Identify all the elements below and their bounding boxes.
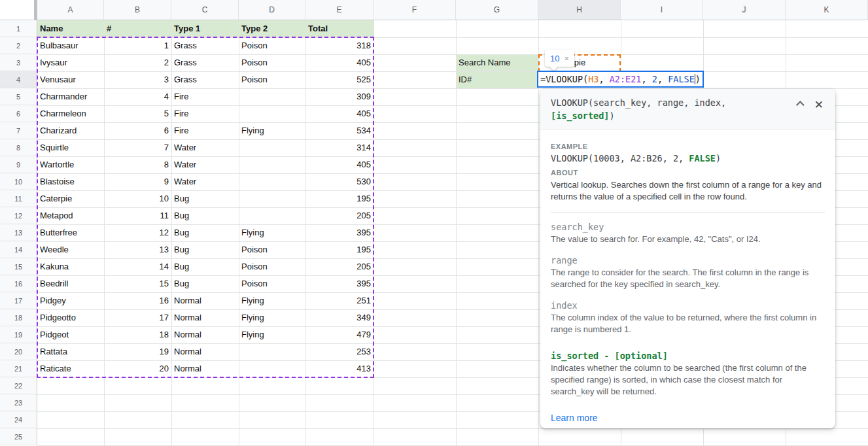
cell-E1[interactable]: Total: [305, 20, 373, 37]
about-text: Vertical lookup. Searches down the first…: [551, 179, 825, 203]
code-token: ): [716, 153, 721, 163]
column-header-B[interactable]: B: [104, 0, 171, 20]
row-header-7[interactable]: 7: [0, 122, 37, 139]
parameter-description: The column index of the value to be retu…: [551, 312, 824, 335]
parameter-description: The value to search for. For example, 42…: [551, 233, 824, 245]
row-header-11[interactable]: 11: [0, 190, 37, 207]
code-token: [is_sorted]: [551, 111, 609, 121]
gridline: [37, 428, 868, 429]
code-token: ): [609, 111, 614, 121]
row-header-23[interactable]: 23: [0, 394, 37, 411]
formula-token: ,: [599, 74, 609, 84]
row-header-1[interactable]: 1: [0, 20, 37, 37]
row-header-22[interactable]: 22: [0, 377, 37, 394]
column-header-H[interactable]: H: [538, 0, 621, 20]
formula-token: H3: [588, 74, 599, 84]
row-header-5[interactable]: 5: [0, 88, 37, 105]
parameter-description: Indicates whether the column to be searc…: [551, 362, 824, 398]
cell-A1[interactable]: Name: [37, 20, 104, 37]
row-header-10[interactable]: 10: [0, 173, 37, 190]
learn-more-link[interactable]: Learn more: [551, 413, 598, 423]
row-header-9[interactable]: 9: [0, 156, 37, 173]
row-header-24[interactable]: 24: [0, 411, 37, 428]
chip-close-icon[interactable]: ×: [564, 54, 569, 63]
parameter-range: rangeThe range to consider for the searc…: [551, 255, 825, 290]
parameter-name: is_sorted - [optional]: [551, 351, 825, 361]
formula-token: 2: [652, 74, 657, 84]
parameter-name: range: [551, 255, 825, 266]
formula-token: ,: [641, 74, 651, 84]
row-header-2[interactable]: 2: [0, 37, 37, 54]
cell-C1[interactable]: Type 1: [171, 20, 239, 37]
code-token: VLOOKUP(10003, A2:B26, 2,: [551, 153, 689, 163]
row-header-17[interactable]: 17: [0, 292, 37, 309]
column-header-K[interactable]: K: [786, 0, 868, 20]
column-header-F[interactable]: F: [373, 0, 456, 20]
parameter-name: search_key: [551, 222, 825, 232]
row-header-14[interactable]: 14: [0, 241, 37, 258]
cell-G3-search-name[interactable]: Search Name: [456, 54, 538, 71]
row-header-19[interactable]: 19: [0, 326, 37, 343]
function-signature: VLOOKUP(search_key, range, index,[is_sor…: [551, 96, 790, 122]
code-token: FALSE: [689, 153, 716, 163]
parameter-search_key: search_keyThe value to search for. For e…: [551, 222, 825, 245]
function-help-popup: VLOOKUP(search_key, range, index,[is_sor…: [540, 89, 835, 428]
gridline: [456, 20, 457, 446]
column-header-E[interactable]: E: [305, 0, 373, 20]
about-label: ABOUT: [551, 169, 825, 177]
formula-token: ,: [657, 74, 668, 84]
row-header-21[interactable]: 21: [0, 360, 37, 377]
row-header-3[interactable]: 3: [0, 54, 37, 71]
cell-B1[interactable]: #: [104, 20, 171, 37]
row-header-4[interactable]: 4: [0, 71, 37, 88]
row-header-20[interactable]: 20: [0, 343, 37, 360]
column-header-J[interactable]: J: [703, 0, 786, 20]
preview-value: 10: [550, 54, 559, 63]
row-header-15[interactable]: 15: [0, 258, 37, 275]
formula-token: A2:E21: [610, 74, 642, 84]
row-header-6[interactable]: 6: [0, 105, 37, 122]
close-icon[interactable]: ✕: [814, 99, 824, 111]
spreadsheet-app: ABCDEFGHIJK 1234567891011121314151617181…: [0, 0, 868, 446]
collapse-chevron-icon[interactable]: [796, 101, 805, 109]
formula-token: FALSE: [668, 74, 695, 84]
column-header-D[interactable]: D: [239, 0, 305, 20]
parameter-name: index: [551, 300, 825, 311]
row-header-25[interactable]: 25: [0, 428, 37, 445]
row-header-16[interactable]: 16: [0, 275, 37, 292]
select-all-corner[interactable]: [0, 0, 37, 20]
parameter-is_sorted: is_sorted - [optional]Indicates whether …: [551, 351, 825, 398]
code-token: VLOOKUP(search_key, range, index,: [551, 97, 726, 108]
popup-header: VLOOKUP(search_key, range, index,[is_sor…: [540, 89, 835, 129]
column-header-A[interactable]: A: [37, 0, 104, 20]
formula-edit-cell[interactable]: =VLOOKUP(H3, A2:E21, 2, FALSE): [537, 71, 704, 88]
row-header-12[interactable]: 12: [0, 207, 37, 224]
row-header-13[interactable]: 13: [0, 224, 37, 241]
cell-G4-id[interactable]: ID#: [456, 71, 538, 88]
formula-result-preview-chip: 10 ×: [545, 50, 574, 67]
parameter-description: The range to consider for the search. Th…: [551, 267, 824, 290]
row-header-18[interactable]: 18: [0, 309, 37, 326]
example-label: EXAMPLE: [551, 143, 825, 150]
divider: [551, 213, 825, 213]
formula-token: ): [695, 74, 701, 84]
formula-token: =VLOOKUP(: [540, 74, 588, 84]
column-header-I[interactable]: I: [621, 0, 703, 20]
popup-body: EXAMPLE VLOOKUP(10003, A2:B26, 2, FALSE)…: [540, 129, 835, 424]
column-header-G[interactable]: G: [456, 0, 538, 20]
formula-range-border: [37, 37, 374, 378]
parameter-index: indexThe column index of the value to be…: [551, 300, 825, 335]
column-header-C[interactable]: C: [171, 0, 239, 20]
cell-D1[interactable]: Type 2: [239, 20, 305, 37]
example-code: VLOOKUP(10003, A2:B26, 2, FALSE): [551, 153, 825, 163]
parameter-list: search_keyThe value to search for. For e…: [551, 222, 825, 398]
row-header-8[interactable]: 8: [0, 139, 37, 156]
